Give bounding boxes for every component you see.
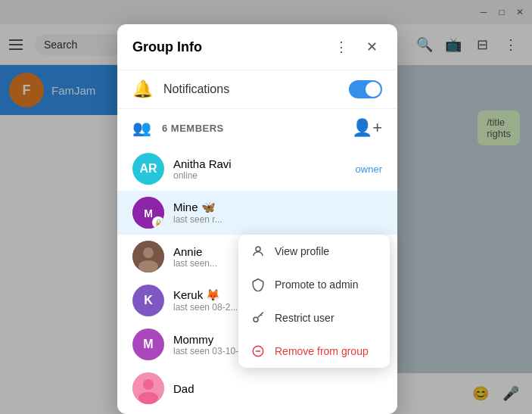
svg-point-3: [143, 247, 154, 258]
member-info: Anitha Ravi online: [173, 157, 347, 181]
member-item[interactable]: Dad: [117, 366, 397, 410]
shield-icon: [250, 277, 266, 292]
member-item[interactable]: M 🔒 Mine 🦋 last seen r...: [117, 191, 397, 235]
member-item[interactable]: AR Anitha Ravi online owner: [117, 147, 397, 191]
member-status: last seen r...: [173, 214, 382, 225]
context-restrict-user[interactable]: Restrict user: [238, 301, 390, 335]
notifications-label: Notifications: [163, 82, 338, 96]
member-avatar: [132, 241, 164, 272]
member-avatar: [132, 372, 164, 404]
add-member-button[interactable]: 👤+: [352, 118, 382, 138]
member-info: Dad: [173, 382, 382, 395]
panel-more-icon[interactable]: ⋮: [331, 36, 352, 58]
context-remove-group-label: Remove from group: [275, 345, 369, 357]
member-name: Dad: [173, 382, 382, 395]
context-restrict-user-label: Restrict user: [275, 312, 334, 324]
context-menu: View profile Promote to admin Restrict u…: [238, 235, 390, 368]
member-name: Anitha Ravi: [173, 157, 347, 170]
context-view-profile[interactable]: View profile: [238, 235, 390, 268]
svg-text:M: M: [144, 207, 153, 219]
member-name: Mine 🦋: [173, 201, 382, 214]
context-remove-group[interactable]: Remove from group: [238, 335, 390, 368]
svg-point-8: [256, 247, 260, 251]
svg-point-7: [138, 392, 158, 404]
members-icon: 👥: [132, 119, 151, 137]
notifications-row: 🔔 Notifications: [117, 70, 397, 109]
panel-header-icons: ⋮ ✕: [331, 36, 382, 58]
panel-title: Group Info: [132, 39, 202, 55]
members-count: 6 MEMBERS: [162, 123, 341, 134]
context-promote-admin-label: Promote to admin: [275, 279, 359, 291]
context-view-profile-label: View profile: [275, 245, 329, 257]
member-info: Mine 🦋 last seen r...: [173, 201, 382, 225]
bell-icon: 🔔: [132, 79, 153, 99]
key-icon: [250, 310, 266, 325]
member-badge: owner: [356, 163, 382, 175]
remove-icon: [250, 344, 266, 359]
svg-point-9: [254, 317, 258, 322]
member-avatar: K: [132, 285, 164, 316]
panel-header: Group Info ⋮ ✕: [117, 24, 397, 70]
context-promote-admin[interactable]: Promote to admin: [238, 268, 390, 301]
members-header: 👥 6 MEMBERS 👤+: [117, 109, 397, 147]
svg-point-4: [138, 260, 158, 272]
member-avatar: M: [132, 328, 164, 360]
person-icon: [250, 244, 266, 259]
member-avatar: AR: [132, 153, 164, 185]
svg-point-6: [143, 379, 154, 390]
notifications-toggle[interactable]: [349, 80, 382, 98]
panel-close-icon[interactable]: ✕: [361, 36, 382, 58]
member-status: online: [173, 170, 347, 181]
member-avatar: M 🔒: [132, 197, 164, 229]
